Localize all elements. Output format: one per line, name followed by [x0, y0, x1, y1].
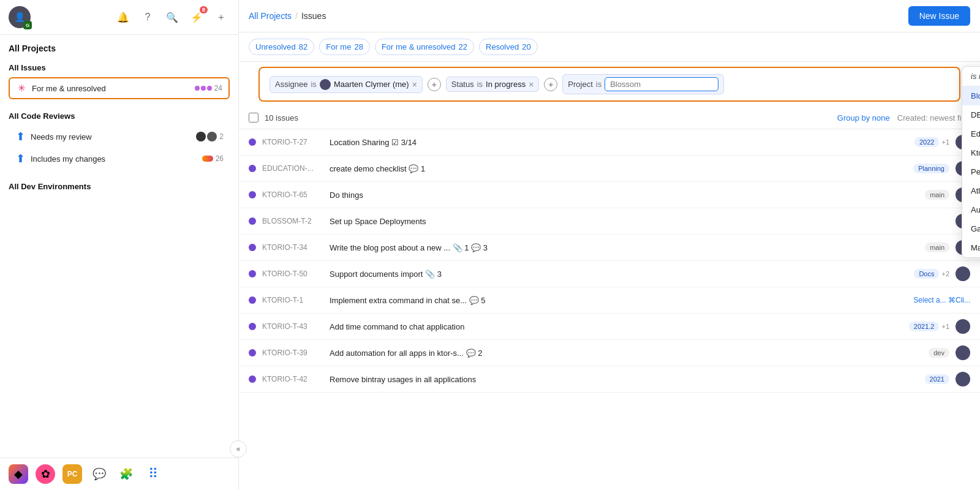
breadcrumb-projects[interactable]: All Projects — [249, 11, 292, 21]
avatar[interactable]: 👤 G — [9, 6, 31, 28]
issue-tag: main — [925, 243, 949, 252]
dropdown-option-atlas[interactable]: Atlas — [962, 181, 980, 200]
issue-id: KTORIO-T-1 — [262, 296, 323, 304]
table-row[interactable]: EDUCATION-... create demo checklist 💬 1 … — [239, 156, 980, 182]
dropdown-option-galactica[interactable]: GalacticaApp — [962, 219, 980, 238]
status-remove[interactable]: × — [529, 80, 533, 89]
issue-tags: 2021.2 +1 — [909, 322, 949, 331]
dot1 — [195, 86, 200, 91]
assignee-value: Maarten Clymer (me) — [334, 80, 409, 89]
issue-tags: 2021 — [925, 374, 949, 384]
tab-resolved-count: 20 — [522, 42, 530, 51]
sidebar-item-for-me-unresolved[interactable]: ✳ For me & unresolved 24 — [9, 77, 230, 99]
breadcrumb-sep: / — [295, 11, 298, 21]
count-value: 24 — [214, 84, 222, 92]
filter-bar-outer: Assignee is Maarten Clymer (me) × + Stat… — [239, 62, 980, 107]
group-by-label[interactable]: Group by none — [837, 113, 890, 123]
issue-tag: 2022 — [914, 137, 939, 147]
avatar-badge: G — [23, 21, 32, 29]
dropdown-option-education[interactable]: Education application — [962, 124, 980, 143]
grid-icon[interactable]: ⠿ — [143, 464, 163, 484]
status-dot — [249, 296, 256, 304]
dropdown-option-blossom[interactable]: Blossom — [962, 86, 980, 105]
sidebar-item-includes-changes[interactable]: ⬆ Includes my changes 26 — [9, 148, 230, 170]
help-icon[interactable]: ? — [139, 9, 156, 26]
table-row[interactable]: KTORIO-T-43 Add time command to chat app… — [239, 314, 980, 340]
notifications-icon[interactable]: 🔔 — [115, 9, 132, 26]
lightning-icon[interactable]: ⚡ 8 — [188, 9, 205, 26]
filter-chip-project: Project is — [562, 74, 724, 94]
sidebar: 👤 G 🔔 ? 🔍 ⚡ 8 ＋ All Projects All Issues … — [0, 0, 239, 490]
sidebar-topbar: 👤 G 🔔 ? 🔍 ⚡ 8 ＋ — [0, 0, 238, 35]
status-dot — [249, 323, 256, 330]
tab-unresolved-label: Unresolved — [255, 42, 296, 51]
issue-tag: 2021 — [925, 374, 949, 384]
dropdown-option-petclinic[interactable]: Pet Clinic — [962, 162, 980, 181]
add-icon[interactable]: ＋ — [213, 9, 230, 26]
filter-chip-status: Status is In progress × — [446, 77, 539, 92]
status-dot — [249, 217, 256, 225]
sidebar-group-dev-env: All Dev Environments — [9, 179, 230, 194]
sidebar-section-title-wrap: All Projects — [0, 35, 238, 61]
status-dot — [249, 349, 256, 356]
project-op: is — [596, 80, 601, 89]
table-row[interactable]: KTORIO-T-34 Write the blog post about a … — [239, 235, 980, 261]
table-row[interactable]: KTORIO-T-27 Location Sharing ☑ 3/14 2022… — [239, 129, 980, 156]
assignee-remove[interactable]: × — [412, 80, 417, 89]
dropdown-option-mars[interactable]: Mars project — [962, 238, 980, 257]
table-row[interactable]: BLOSSOM-T-2 Set up Space Deployments — [239, 208, 980, 235]
needs-review-count: 2 — [196, 132, 224, 141]
status-add-button[interactable]: + — [544, 78, 557, 91]
issue-id: KTORIO-T-27 — [262, 138, 323, 146]
table-row[interactable]: KTORIO-T-1 Implement extra command in ch… — [239, 287, 980, 314]
select-all-checkbox[interactable] — [249, 113, 258, 123]
issue-tags: Docs +2 — [914, 269, 949, 279]
includes-count-val: 26 — [216, 154, 224, 163]
flower-icon[interactable]: ✿ — [36, 464, 55, 484]
tab-resolved[interactable]: Resolved 20 — [479, 39, 538, 55]
issue-title: Implement extra command in chat se... 💬 … — [330, 296, 875, 305]
tab-unresolved[interactable]: Unresolved 82 — [249, 39, 314, 55]
code-reviews-header: All Code Reviews — [9, 109, 230, 123]
main-header: All Projects / Issues New Issue — [239, 0, 980, 32]
filter-bar-wrap: Assignee is Maarten Clymer (me) × + Stat… — [258, 67, 960, 102]
sidebar-item-needs-review[interactable]: ⬆ Needs my review 2 — [9, 126, 230, 148]
assignee-add-button[interactable]: + — [428, 78, 441, 91]
issue-tag: main — [925, 190, 949, 200]
pc-icon[interactable]: PC — [62, 464, 82, 484]
tab-for-me-count: 28 — [354, 42, 363, 51]
tab-for-me-label: For me — [326, 42, 351, 51]
sidebar-icons: 🔔 ? 🔍 ⚡ 8 ＋ — [115, 9, 230, 26]
is-not-option[interactable]: is not — [962, 67, 980, 86]
table-row[interactable]: KTORIO-T-42 Remove bintray usages in all… — [239, 366, 980, 393]
issue-tag-plus: +1 — [941, 323, 949, 330]
issues-actions: Group by none Created: newest first — [837, 113, 970, 123]
project-input[interactable] — [605, 77, 718, 91]
table-row[interactable]: KTORIO-T-50 Support documents import 📎 3… — [239, 261, 980, 287]
dropdown-option-ktorio[interactable]: Ktor.io — [962, 143, 980, 162]
sidebar-group-all-issues: All Issues ✳ For me & unresolved 24 — [9, 61, 230, 99]
collapse-button[interactable]: « — [230, 440, 247, 458]
tab-for-me-unresolved[interactable]: For me & unresolved 22 — [375, 39, 474, 55]
dot3 — [207, 86, 212, 91]
table-row[interactable]: KTORIO-T-65 Do things main — [239, 182, 980, 208]
assignee-label: Assignee — [275, 80, 307, 89]
table-row[interactable]: KTORIO-T-39 Add automation for all apps … — [239, 340, 980, 366]
puzzle-icon[interactable]: 🧩 — [116, 464, 136, 484]
chat-icon[interactable]: 💬 — [89, 464, 109, 484]
assignee-op: is — [311, 80, 316, 89]
dropdown-option-automation[interactable]: Automation examples — [962, 200, 980, 219]
filter-tabs: Unresolved 82 For me 28 For me & unresol… — [239, 32, 980, 62]
tab-for-me[interactable]: For me 28 — [319, 39, 370, 55]
dropdown-option-demo[interactable]: DEMO Project — [962, 105, 980, 124]
issue-tag-plus: +1 — [941, 138, 949, 146]
issue-tags: dev — [929, 348, 949, 358]
issue-id: KTORIO-T-50 — [262, 270, 323, 278]
new-issue-button[interactable]: New Issue — [908, 6, 970, 26]
sort-label[interactable]: Created: newest first — [897, 113, 970, 123]
diamond-icon[interactable]: ◆ — [9, 464, 28, 484]
issue-tag: Planning — [913, 164, 949, 173]
upload-icon: ⬆ — [15, 130, 26, 143]
search-icon[interactable]: 🔍 — [164, 9, 181, 26]
dot2 — [201, 86, 206, 91]
